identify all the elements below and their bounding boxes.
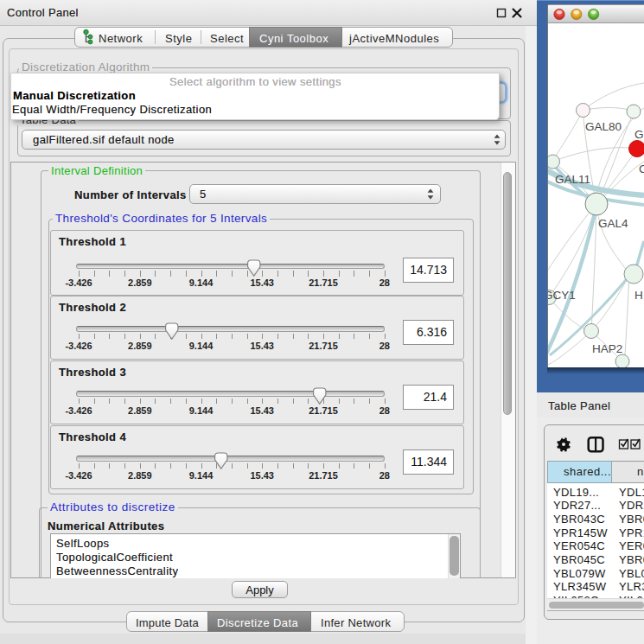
svg-text:HAP2: HAP2 [592, 342, 622, 355]
svg-text:GAL4: GAL4 [598, 217, 628, 230]
svg-text:GAL80: GAL80 [585, 120, 622, 133]
svg-text:GCY1: GCY1 [548, 289, 576, 302]
svg-text:H: H [634, 289, 643, 302]
svg-text:G.: G. [634, 128, 644, 141]
svg-text:GAL11: GAL11 [555, 173, 590, 186]
svg-text:C: C [639, 163, 644, 175]
